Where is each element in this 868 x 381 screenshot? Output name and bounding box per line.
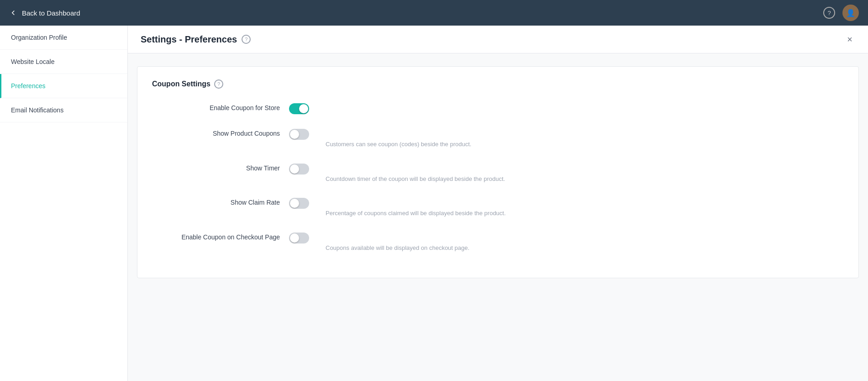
main: Settings - Preferences ? × Coupon Settin… [128, 26, 868, 381]
page-help-icon[interactable]: ? [242, 35, 251, 44]
toggle-thumb-show-timer [290, 164, 299, 174]
toggle-desc-enable-coupon-store [326, 101, 554, 114]
avatar-icon: 👤 [846, 9, 855, 17]
help-icon: ? [827, 10, 831, 16]
sidebar-item-preferences[interactable]: Preferences [0, 74, 127, 98]
toggle-desc-show-timer: Countdown timer of the coupon will be di… [326, 162, 554, 184]
sidebar-item-email-notifications[interactable]: Email Notifications [0, 98, 127, 122]
toggle-label-show-claim-rate: Show Claim Rate [152, 196, 289, 206]
close-button[interactable]: × [844, 34, 855, 45]
toggle-row-show-claim-rate: Show Claim Rate Percentage of coupons cl… [152, 196, 844, 218]
toggle-row-enable-coupon-checkout: Enable Coupon on Checkout Page Coupons a… [152, 231, 844, 253]
arrow-left-icon [9, 9, 17, 17]
section-title: Coupon Settings [152, 80, 210, 88]
toggle-desc-enable-coupon-checkout: Coupons available will be displayed on c… [326, 231, 554, 253]
toggle-control-show-claim-rate[interactable] [289, 196, 326, 209]
toggle-switch-show-claim-rate[interactable] [289, 198, 309, 209]
toggle-track-show-product-coupons [289, 129, 309, 140]
toggle-label-enable-coupon-checkout: Enable Coupon on Checkout Page [152, 231, 289, 241]
header: Back to Dashboard ? 👤 [0, 0, 868, 26]
content: Coupon Settings ? Enable Coupon for Stor… [128, 53, 868, 381]
page-header: Settings - Preferences ? × [128, 26, 868, 53]
toggle-switch-enable-coupon-store[interactable] [289, 103, 309, 114]
toggle-row-show-timer: Show Timer Countdown timer of the coupon… [152, 162, 844, 184]
toggle-track-show-timer [289, 164, 309, 175]
back-label: Back to Dashboard [22, 9, 80, 17]
toggle-desc-show-product-coupons: Customers can see coupon (codes) beside … [326, 127, 554, 149]
toggle-control-enable-coupon-store[interactable] [289, 101, 326, 114]
toggle-desc-show-claim-rate: Percentage of coupons claimed will be di… [326, 196, 554, 218]
toggle-thumb-enable-coupon-store [299, 104, 308, 113]
avatar[interactable]: 👤 [842, 5, 859, 21]
page-title: Settings - Preferences [141, 34, 237, 45]
sidebar: Organization Profile Website Locale Pref… [0, 26, 128, 381]
toggle-track-show-claim-rate [289, 198, 309, 209]
section-title-row: Coupon Settings ? [152, 79, 844, 89]
back-to-dashboard[interactable]: Back to Dashboard [9, 9, 80, 17]
layout: Organization Profile Website Locale Pref… [0, 26, 868, 381]
toggle-control-show-product-coupons[interactable] [289, 127, 326, 140]
toggle-row-show-product-coupons: Show Product Coupons Customers can see c… [152, 127, 844, 149]
help-button[interactable]: ? [823, 7, 835, 19]
toggle-switch-show-timer[interactable] [289, 164, 309, 175]
sidebar-item-website-locale[interactable]: Website Locale [0, 50, 127, 74]
sidebar-item-organization-profile[interactable]: Organization Profile [0, 26, 127, 50]
toggle-control-enable-coupon-checkout[interactable] [289, 231, 326, 243]
toggle-switch-show-product-coupons[interactable] [289, 129, 309, 140]
toggle-label-enable-coupon-store: Enable Coupon for Store [152, 101, 289, 111]
page-title-row: Settings - Preferences ? [141, 34, 251, 45]
toggle-switch-enable-coupon-checkout[interactable] [289, 233, 309, 243]
section-help-icon[interactable]: ? [214, 79, 223, 89]
toggle-row-enable-coupon-store: Enable Coupon for Store [152, 101, 844, 114]
toggle-track-enable-coupon-store [289, 103, 309, 114]
toggle-label-show-timer: Show Timer [152, 162, 289, 172]
toggle-control-show-timer[interactable] [289, 162, 326, 175]
toggle-thumb-enable-coupon-checkout [290, 233, 299, 243]
toggle-thumb-show-claim-rate [290, 199, 299, 208]
content-inner: Coupon Settings ? Enable Coupon for Stor… [137, 66, 859, 278]
toggle-track-enable-coupon-checkout [289, 233, 309, 243]
toggle-label-show-product-coupons: Show Product Coupons [152, 127, 289, 137]
toggle-thumb-show-product-coupons [290, 130, 299, 139]
header-right: ? 👤 [823, 5, 859, 21]
